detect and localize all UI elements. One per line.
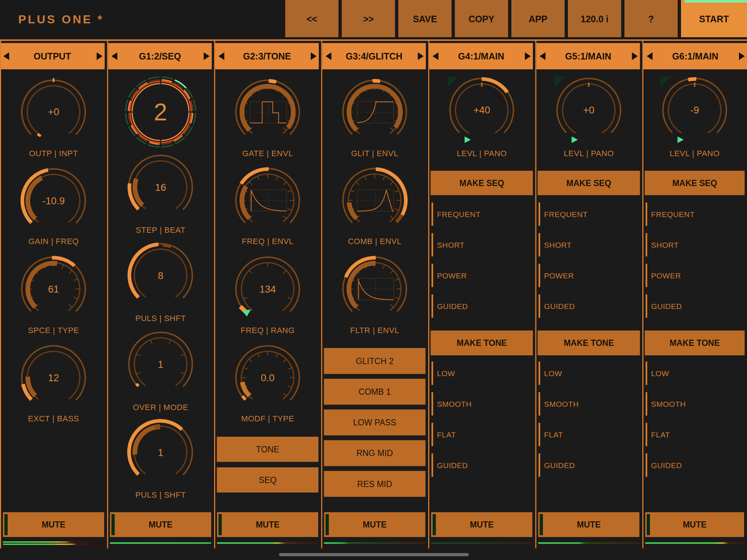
svg-text:G4:1/MAIN: G4:1/MAIN [458, 51, 504, 61]
svg-text:POWER: POWER [651, 271, 681, 280]
svg-text:FREQ | ENVL: FREQ | ENVL [242, 237, 294, 246]
svg-text:+0: +0 [48, 107, 59, 117]
svg-text:GUIDED: GUIDED [437, 302, 468, 310]
svg-text:PULS | SHFT: PULS | SHFT [135, 314, 186, 323]
svg-text:GUIDED: GUIDED [437, 461, 468, 470]
svg-text:LOW: LOW [651, 369, 669, 378]
svg-text:61: 61 [48, 284, 59, 295]
svg-text:LOW: LOW [437, 369, 455, 378]
svg-text:SHORT: SHORT [437, 241, 465, 249]
svg-text:SHORT: SHORT [544, 241, 572, 249]
svg-text:TONE: TONE [256, 445, 279, 454]
svg-text:SAVE: SAVE [413, 14, 437, 24]
svg-text:PLUS ONE *: PLUS ONE * [18, 13, 104, 26]
svg-text:LEVL | PANO: LEVL | PANO [564, 149, 614, 158]
svg-text:FLAT: FLAT [437, 430, 456, 439]
svg-text:G6:1/MAIN: G6:1/MAIN [672, 51, 718, 61]
svg-text:0.0: 0.0 [261, 372, 275, 383]
svg-text:SPCE | TYPE: SPCE | TYPE [28, 326, 79, 335]
svg-text:-9: -9 [690, 105, 699, 116]
svg-text:<<: << [306, 14, 317, 24]
svg-text:GAIN | FREQ: GAIN | FREQ [28, 237, 79, 246]
svg-text:>>: >> [363, 14, 374, 24]
svg-text:MUTE: MUTE [149, 520, 173, 529]
svg-text:+40: +40 [473, 105, 490, 116]
svg-text:MUTE: MUTE [42, 520, 65, 529]
svg-text:MAKE TONE: MAKE TONE [457, 338, 507, 348]
svg-text:2: 2 [154, 99, 167, 125]
svg-text:FREQUENT: FREQUENT [544, 210, 588, 219]
svg-text:1: 1 [158, 359, 163, 370]
svg-text:POWER: POWER [437, 271, 467, 280]
svg-text:FLAT: FLAT [544, 430, 563, 439]
svg-text:SMOOTH: SMOOTH [651, 400, 686, 408]
svg-text:MAKE SEQ: MAKE SEQ [459, 178, 504, 188]
svg-text:OVER | MODE: OVER | MODE [133, 403, 188, 412]
svg-text:SMOOTH: SMOOTH [544, 400, 579, 408]
svg-text:GATE | ENVL: GATE | ENVL [242, 149, 293, 158]
svg-text:FLAT: FLAT [651, 430, 670, 439]
svg-text:FREQUENT: FREQUENT [651, 210, 695, 219]
svg-text:APP: APP [529, 14, 547, 24]
svg-text:G1:2/SEQ: G1:2/SEQ [139, 51, 181, 61]
svg-text:GLIT | ENVL: GLIT | ENVL [351, 149, 398, 158]
svg-text:MAKE TONE: MAKE TONE [670, 338, 720, 348]
svg-text:EXCT | BASS: EXCT | BASS [28, 414, 79, 423]
svg-text:MAKE TONE: MAKE TONE [564, 338, 614, 348]
svg-text:OUTPUT: OUTPUT [34, 51, 71, 61]
svg-text:MUTE: MUTE [363, 520, 387, 529]
svg-text:GUIDED: GUIDED [651, 302, 682, 310]
svg-text:COMB | ENVL: COMB | ENVL [348, 237, 402, 246]
svg-text:STEP | BEAT: STEP | BEAT [136, 225, 185, 235]
svg-text:LEVL | PANO: LEVL | PANO [670, 149, 720, 158]
svg-text:G2:3/TONE: G2:3/TONE [243, 51, 291, 61]
svg-text:+0: +0 [583, 105, 595, 116]
svg-text:PULS | SHFT: PULS | SHFT [135, 490, 186, 499]
svg-text:RNG MID: RNG MID [356, 448, 393, 458]
svg-text:POWER: POWER [544, 271, 574, 280]
svg-text:SHORT: SHORT [651, 241, 679, 249]
svg-text:12: 12 [48, 372, 59, 383]
svg-text:8: 8 [158, 270, 163, 281]
svg-text:MUTE: MUTE [256, 520, 279, 529]
svg-text:MUTE: MUTE [683, 520, 707, 529]
svg-text:MODF | TYPE: MODF | TYPE [241, 414, 294, 423]
svg-text:-10.9: -10.9 [42, 196, 65, 206]
svg-text:G5:1/MAIN: G5:1/MAIN [565, 51, 611, 61]
svg-text:MAKE SEQ: MAKE SEQ [672, 178, 717, 188]
svg-text:LOW: LOW [544, 369, 562, 378]
svg-text:GUIDED: GUIDED [651, 461, 682, 470]
svg-text:SEQ: SEQ [259, 475, 277, 485]
svg-text:SMOOTH: SMOOTH [437, 400, 472, 408]
svg-text:COMB 1: COMB 1 [359, 387, 391, 397]
svg-text:120.0 i: 120.0 i [581, 14, 608, 24]
svg-text:COPY: COPY [469, 14, 495, 24]
svg-text:16: 16 [155, 182, 166, 193]
svg-text:GUIDED: GUIDED [544, 461, 575, 470]
svg-text:MUTE: MUTE [577, 520, 601, 529]
svg-text:G3:4/GLITCH: G3:4/GLITCH [346, 51, 403, 61]
svg-text:GLITCH 2: GLITCH 2 [356, 356, 394, 366]
svg-text:LEVL | PANO: LEVL | PANO [457, 149, 507, 158]
svg-text:GUIDED: GUIDED [544, 302, 575, 310]
svg-text:MAKE SEQ: MAKE SEQ [566, 178, 611, 188]
svg-text:?: ? [648, 14, 654, 24]
svg-text:START: START [699, 14, 729, 24]
svg-text:FREQ | RANG: FREQ | RANG [241, 326, 295, 335]
svg-text:FREQUENT: FREQUENT [437, 210, 481, 219]
svg-text:1: 1 [158, 447, 163, 458]
svg-text:LOW PASS: LOW PASS [353, 418, 396, 427]
svg-text:MUTE: MUTE [470, 520, 494, 529]
svg-text:134: 134 [259, 284, 276, 295]
svg-text:OUTP | INPT: OUTP | INPT [29, 149, 78, 158]
svg-text:RES MID: RES MID [357, 479, 392, 489]
svg-text:FLTR | ENVL: FLTR | ENVL [350, 326, 399, 335]
